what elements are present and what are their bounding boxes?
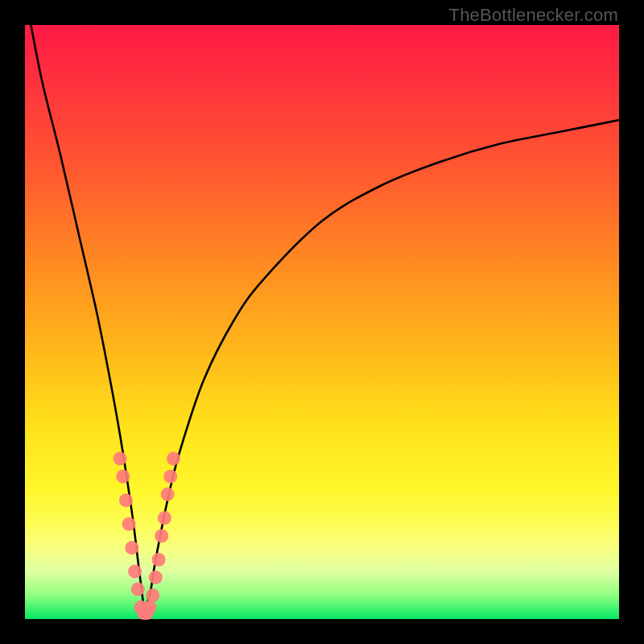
bottleneck-curve — [31, 25, 619, 607]
sample-point — [146, 588, 159, 602]
chart-plot-area — [25, 25, 619, 619]
sample-point — [128, 564, 142, 578]
chart-svg — [25, 25, 619, 619]
sample-point — [125, 541, 138, 555]
sample-point-markers — [114, 452, 180, 620]
curve-segment — [144, 120, 619, 607]
sample-point — [114, 452, 127, 465]
sample-point — [116, 469, 130, 483]
sample-point — [155, 529, 168, 543]
sample-point — [131, 583, 145, 597]
sample-point — [161, 488, 175, 502]
sample-point — [167, 452, 180, 465]
sample-point — [149, 571, 163, 584]
attribution-label: TheBottlenecker.com — [449, 5, 618, 26]
sample-point — [152, 553, 166, 567]
sample-point — [163, 469, 177, 483]
chart-frame: TheBottlenecker.com — [0, 0, 644, 644]
sample-point — [122, 517, 136, 530]
sample-point — [142, 601, 156, 614]
sample-point — [158, 511, 171, 525]
sample-point — [119, 493, 133, 507]
